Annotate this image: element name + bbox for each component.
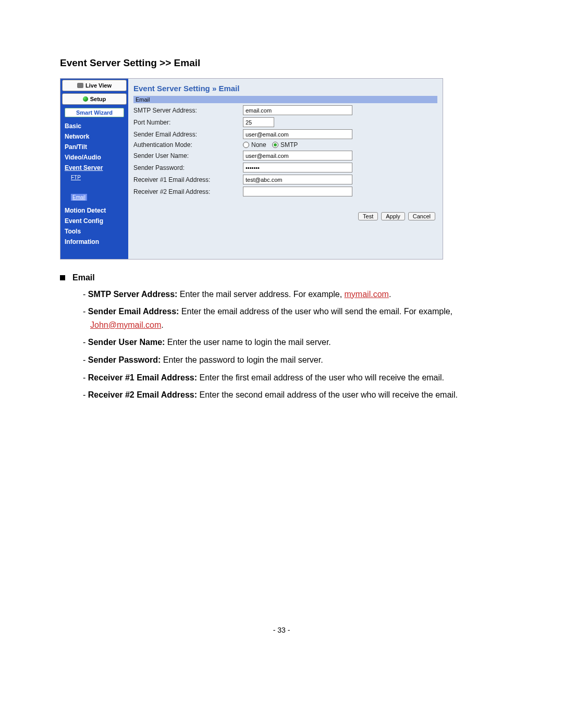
section-email-header: Email [133,96,437,103]
nav-menu: Basic Network Pan/Tilt Video/Audio Event… [60,122,128,245]
doc-link[interactable]: John@mymail.com [90,320,161,329]
input-recv2[interactable] [243,187,352,196]
doc-list-item: Sender User Name: Enter the user name to… [83,336,503,349]
camera-icon [77,83,83,88]
label-sender-email: Sender Email Address: [133,131,243,138]
nav-basic[interactable]: Basic [65,122,124,130]
label-port: Port Number: [133,119,243,126]
square-bullet-icon [60,275,65,280]
nav-ftp[interactable]: FTP [71,175,124,180]
label-sender-pass: Sender Password: [133,164,243,171]
label-sender-user: Sender User Name: [133,152,243,159]
label-smtp: SMTP Server Address: [133,107,243,114]
radio-smtp-label: SMTP [280,141,298,149]
nav-event-config[interactable]: Event Config [65,217,124,225]
nav-video-audio[interactable]: Video/Audio [65,154,124,161]
doc-list-item: SMTP Server Address: Enter the mail serv… [83,288,503,301]
doc-list-item: Receiver #2 Email Address: Enter the sec… [83,388,503,402]
gear-icon [83,96,88,102]
input-smtp[interactable] [243,105,352,115]
nav-email[interactable]: Email [71,194,87,201]
label-recv2: Receiver #2 Email Address: [133,188,243,195]
nav-motion-detect[interactable]: Motion Detect [65,207,124,214]
doc-email-heading: Email [72,271,95,285]
page-number: - 33 - [60,626,503,634]
cancel-button[interactable]: Cancel [408,212,435,220]
sidebar: Live View Setup Smart Wizard Basic Netwo… [60,79,128,259]
doc-list-item: Sender Password: Enter the password to l… [83,353,503,367]
smart-wizard-button[interactable]: Smart Wizard [65,108,124,117]
live-view-label: Live View [85,82,112,89]
content-heading: Event Server Setting » Email [133,84,437,93]
input-port[interactable] [243,117,274,127]
input-sender-user[interactable] [243,151,352,161]
radio-dot-icon [274,143,277,146]
test-button[interactable]: Test [358,212,378,220]
input-sender-email[interactable] [243,129,352,139]
live-view-tab[interactable]: Live View [62,80,127,91]
doc-list-item: Sender Email Address: Enter the email ad… [83,305,503,331]
apply-button[interactable]: Apply [381,212,405,220]
nav-information[interactable]: Information [65,238,124,245]
setup-tab[interactable]: Setup [62,93,127,105]
radio-none[interactable] [243,142,249,148]
label-auth-mode: Authentication Mode: [133,141,243,149]
doc-list-item: Receiver #1 Email Address: Enter the fir… [83,371,503,385]
setup-label: Setup [90,96,106,102]
nav-tools[interactable]: Tools [65,228,124,235]
radio-smtp[interactable] [272,142,278,148]
input-sender-pass[interactable] [243,163,352,172]
main-content: Event Server Setting » Email Email SMTP … [128,79,443,259]
radio-none-label: None [251,141,266,149]
doc-text: Email SMTP Server Address: Enter the mai… [60,271,503,402]
screenshot-panel: Live View Setup Smart Wizard Basic Netwo… [60,78,443,260]
nav-event-server[interactable]: Event Server [65,164,124,171]
page-title: Event Server Setting >> Email [60,57,503,69]
nav-pan-tilt[interactable]: Pan/Tilt [65,143,124,151]
doc-link[interactable]: mymail.com [345,290,389,299]
nav-network[interactable]: Network [65,133,124,140]
label-recv1: Receiver #1 Email Address: [133,176,243,183]
input-recv1[interactable] [243,175,352,184]
